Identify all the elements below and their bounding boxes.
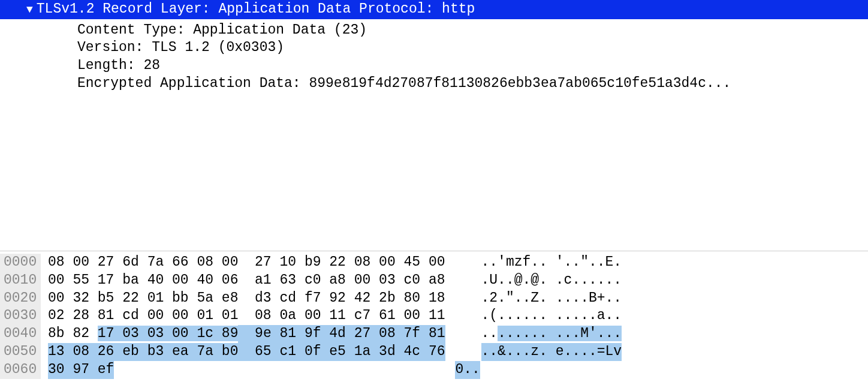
hex-ascii-highlight: ...... ...M'... xyxy=(498,326,622,341)
hex-bytes-right[interactable]: d3 cd f7 92 42 2b 80 18 xyxy=(255,290,445,308)
hex-bytes-right[interactable]: a1 63 c0 a8 00 03 c0 a8 xyxy=(255,272,445,290)
hex-ascii[interactable]: .2."..Z. ....B+.. xyxy=(481,290,622,308)
hex-ascii[interactable]: ..'mzf.. '.."..E. xyxy=(481,254,622,272)
hex-bytes-right[interactable]: 08 0a 00 11 c7 61 00 11 xyxy=(255,307,445,325)
hex-row[interactable]: 00408b 82 17 03 03 00 1c 89 9e 81 9f 4d … xyxy=(0,325,868,343)
hex-offset: 0030 xyxy=(0,307,41,325)
hex-ascii[interactable]: .(...... .....a.. xyxy=(481,307,622,325)
hex-bytes-pre: 8b 82 xyxy=(48,326,98,341)
hex-bytes-highlight: 17 03 03 00 1c 89 xyxy=(98,326,239,341)
hex-offset: 0000 xyxy=(0,254,41,272)
field-encrypted-data[interactable]: Encrypted Application Data: 899e819f4d27… xyxy=(77,75,868,93)
hex-ascii[interactable]: .U..@.@. .c...... xyxy=(481,272,622,290)
hex-row[interactable]: 006030 97 ef0.. xyxy=(0,361,868,379)
hex-bytes-left[interactable]: 8b 82 17 03 03 00 1c 89 xyxy=(48,325,238,343)
hex-row[interactable]: 003002 28 81 cd 00 00 01 01 08 0a 00 11 … xyxy=(0,307,868,325)
hex-bytes-left[interactable]: 00 32 b5 22 01 bb 5a e8 xyxy=(48,290,238,308)
field-version[interactable]: Version: TLS 1.2 (0x0303) xyxy=(77,39,868,57)
hex-row[interactable]: 000008 00 27 6d 7a 66 08 00 27 10 b9 22 … xyxy=(0,254,868,272)
hex-bytes-left[interactable]: 08 00 27 6d 7a 66 08 00 xyxy=(48,254,238,272)
hex-offset: 0050 xyxy=(0,343,41,361)
disclosure-triangle-down-icon[interactable]: ▼ xyxy=(26,4,33,17)
hex-row[interactable]: 001000 55 17 ba 40 00 40 06 a1 63 c0 a8 … xyxy=(0,272,868,290)
hex-ascii[interactable]: ........ ...M'... xyxy=(481,325,622,343)
hex-dump-pane[interactable]: 000008 00 27 6d 7a 66 08 00 27 10 b9 22 … xyxy=(0,251,868,385)
hex-offset: 0010 xyxy=(0,272,41,290)
hex-bytes-left[interactable]: 00 55 17 ba 40 00 40 06 xyxy=(48,272,238,290)
hex-bytes-left[interactable]: 13 08 26 eb b3 ea 7a b0 xyxy=(48,343,238,361)
hex-ascii[interactable]: ..&...z. e....=Lv xyxy=(481,343,622,361)
hex-offset: 0040 xyxy=(0,325,41,343)
field-length[interactable]: Length: 28 xyxy=(77,57,868,75)
hex-row[interactable]: 002000 32 b5 22 01 bb 5a e8 d3 cd f7 92 … xyxy=(0,290,868,308)
hex-ascii[interactable]: 0.. xyxy=(455,361,480,379)
hex-bytes-right[interactable]: 9e 81 9f 4d 27 08 7f 81 xyxy=(255,325,445,343)
hex-offset: 0060 xyxy=(0,361,41,379)
hex-offset: 0020 xyxy=(0,290,41,308)
tls-record-header[interactable]: ▼TLSv1.2 Record Layer: Application Data … xyxy=(0,0,868,19)
hex-row[interactable]: 005013 08 26 eb b3 ea 7a b0 65 c1 0f e5 … xyxy=(0,343,868,361)
tls-detail-body: Content Type: Application Data (23) Vers… xyxy=(0,19,868,94)
tls-record-header-text: TLSv1.2 Record Layer: Application Data P… xyxy=(37,1,475,17)
hex-bytes-left[interactable]: 30 97 ef xyxy=(48,361,114,379)
hex-ascii-pre: .. xyxy=(481,326,498,341)
hex-bytes-left[interactable]: 02 28 81 cd 00 00 01 01 xyxy=(48,307,238,325)
hex-bytes-right[interactable]: 65 c1 0f e5 1a 3d 4c 76 xyxy=(255,343,445,361)
hex-bytes-right[interactable]: 27 10 b9 22 08 00 45 00 xyxy=(255,254,445,272)
field-content-type[interactable]: Content Type: Application Data (23) xyxy=(77,22,868,40)
